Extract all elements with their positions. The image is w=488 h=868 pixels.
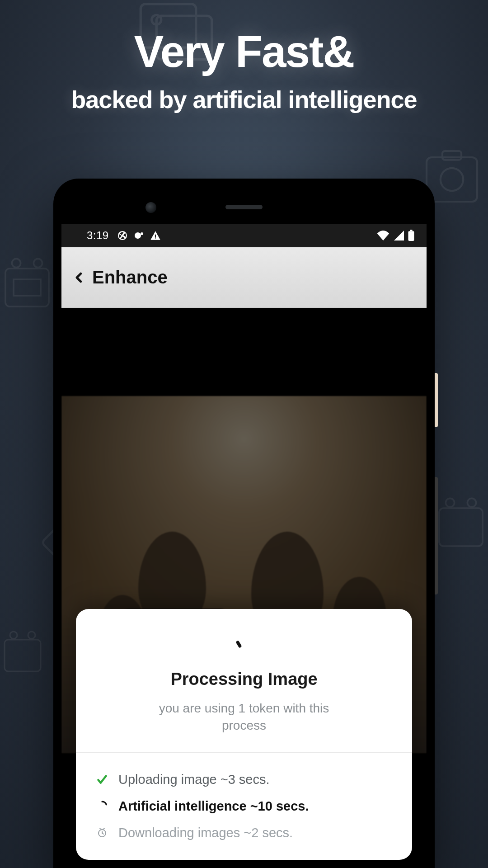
wifi-icon xyxy=(377,231,389,241)
step-upload: Uploading image ~3 secs. xyxy=(96,766,392,793)
modal-title: Processing Image xyxy=(76,670,412,689)
app-bar: Enhance xyxy=(61,247,427,308)
status-bar: 3:19 xyxy=(61,224,427,247)
svg-point-17 xyxy=(135,232,141,239)
step-label: Downloading images ~2 secs. xyxy=(118,826,293,840)
phone-side-button xyxy=(435,373,438,427)
svg-point-8 xyxy=(33,259,42,267)
phone-side-button xyxy=(435,477,438,594)
bg-outline-icon xyxy=(0,249,54,321)
cellular-icon xyxy=(393,231,404,241)
clock-icon xyxy=(96,826,108,839)
modal-subtitle: you are using 1 token with this process xyxy=(145,700,343,734)
warning-icon xyxy=(150,230,161,241)
svg-rect-4 xyxy=(442,151,461,160)
svg-point-15 xyxy=(10,632,17,639)
processing-modal: Processing Image you are using 1 token w… xyxy=(76,609,412,860)
page-title: Enhance xyxy=(92,267,168,288)
svg-point-5 xyxy=(441,168,463,191)
marketing-hero: Very Fast& backed by artificial intellig… xyxy=(0,26,488,113)
app-body: Processing Image you are using 1 token w… xyxy=(61,308,427,868)
svg-rect-14 xyxy=(5,640,41,671)
svg-point-18 xyxy=(141,232,143,235)
bg-outline-icon xyxy=(434,488,488,561)
step-ai: Artificial intelligence ~10 secs. xyxy=(96,793,392,820)
progress-steps: Uploading image ~3 secs. Artificial inte… xyxy=(76,753,412,849)
svg-point-12 xyxy=(467,498,476,507)
phone-screen: 3:19 xyxy=(61,224,427,868)
aperture-icon xyxy=(117,230,128,241)
phone-camera xyxy=(145,202,156,213)
battery-icon xyxy=(408,230,415,241)
hero-subtitle: backed by artificial intelligence xyxy=(0,85,488,113)
notification-dot-icon xyxy=(133,230,144,241)
bg-outline-icon xyxy=(0,624,45,683)
phone-speaker xyxy=(225,205,263,209)
svg-rect-19 xyxy=(408,231,414,241)
svg-rect-9 xyxy=(14,279,41,296)
phone-frame: 3:19 xyxy=(53,179,435,868)
loading-icon xyxy=(96,800,108,812)
svg-point-16 xyxy=(28,632,35,639)
svg-rect-20 xyxy=(410,230,412,231)
svg-rect-3 xyxy=(427,157,477,202)
svg-rect-6 xyxy=(5,269,49,307)
check-icon xyxy=(96,773,108,786)
svg-point-7 xyxy=(12,259,20,267)
spinner-icon xyxy=(233,632,255,653)
step-download: Downloading images ~2 secs. xyxy=(96,820,392,846)
step-label: Uploading image ~3 secs. xyxy=(118,772,270,787)
back-button[interactable] xyxy=(72,269,86,286)
hero-title: Very Fast& xyxy=(0,26,488,77)
chevron-left-icon xyxy=(72,269,86,286)
svg-rect-10 xyxy=(439,508,483,546)
status-time: 3:19 xyxy=(87,229,109,242)
step-label: Artificial intelligence ~10 secs. xyxy=(118,799,309,814)
svg-point-11 xyxy=(446,498,454,507)
